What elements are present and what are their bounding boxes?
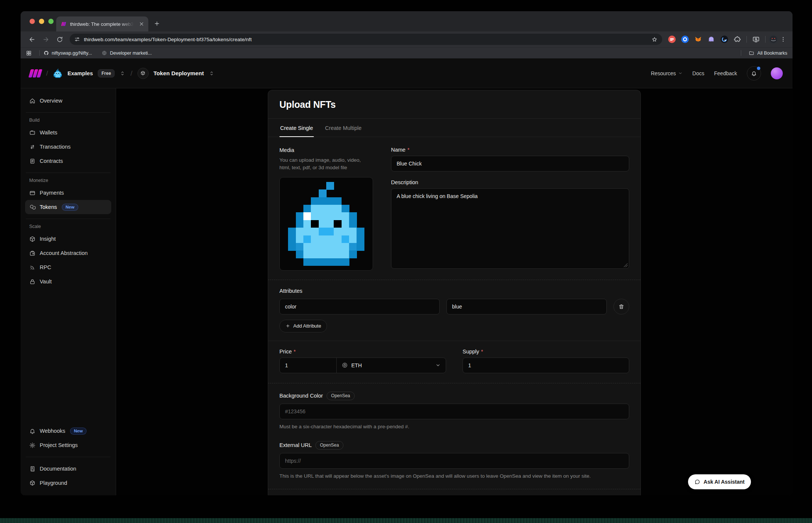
supply-label: Supply [463,349,479,355]
background-color-section: Background Color OpenSea #123456 Must be… [268,383,640,440]
url-text[interactable]: thirdweb.com/team/examples/Token-Deploym… [84,37,648,42]
attribute-value-input[interactable]: blue [446,299,607,314]
sidebar-item-rpc[interactable]: RPC [25,260,111,274]
metamask-icon[interactable] [694,36,702,43]
sidebar-section-label: Monetize [29,178,107,183]
sidebar-item-overview[interactable]: Overview [25,94,111,108]
sidebar-item-wallets[interactable]: Wallets [25,125,111,140]
tab-create-multiple[interactable]: Create Multiple [324,119,363,137]
project-switcher-icon[interactable] [209,70,215,76]
sidebar-top-group: Overview Build Wallets Transactions Cont… [25,94,111,289]
sidebar-item-transactions[interactable]: Transactions [25,140,111,154]
macos-window-controls [30,19,54,24]
resize-handle-icon[interactable] [624,263,628,267]
browser-profile-avatar[interactable] [769,34,778,44]
external-url-input[interactable]: https:// [279,453,629,469]
media-label: Media [279,147,294,153]
sidebar-item-insight[interactable]: Insight [25,232,111,246]
apps-grid-icon[interactable] [26,50,32,56]
background-color-input[interactable]: #123456 [279,404,629,419]
external-url-label: External URL [279,442,312,448]
forward-icon[interactable] [42,36,49,43]
add-attribute-button[interactable]: Add Attribute [279,320,327,332]
transactions-icon [29,144,36,150]
bookmark-star-icon[interactable] [651,36,658,43]
phantom-icon[interactable] [708,36,715,43]
bell-icon [751,70,757,76]
vault-icon [29,279,36,285]
team-name[interactable]: Examples [67,70,93,76]
home-icon [29,98,36,104]
nav-resources[interactable]: Resources [651,70,683,76]
attributes-section: Attributes color blue Add Attribute [268,280,640,341]
attribute-trait-input[interactable]: color [279,299,440,314]
name-input[interactable]: Blue Chick [391,156,629,171]
sidebar-item-vault[interactable]: Vault [25,274,111,289]
minimize-window-button[interactable] [39,19,44,24]
sidebar-item-playground[interactable]: Playground [25,476,111,490]
sidebar-item-project-settings[interactable]: Project Settings [25,438,111,452]
extensions-puzzle-icon[interactable] [734,36,741,43]
blue-extension-icon[interactable] [681,36,689,43]
bookmark-label: niftyswap.gg/Nifty... [52,51,92,56]
tab-create-single[interactable]: Create Single [279,119,314,137]
zoom-window-button[interactable] [48,19,54,24]
rpc-icon [29,264,36,271]
sidebar-item-label: Webhooks [40,428,65,434]
address-bar[interactable]: thirdweb.com/team/examples/Token-Deploym… [70,34,662,45]
breadcrumb-slash: / [130,69,132,77]
currency-select[interactable]: ETH [337,358,446,373]
nav-docs[interactable]: Docs [693,70,705,76]
card-header: Upload NFTs [268,90,640,119]
site-settings-icon[interactable] [74,36,80,42]
desktop: thirdweb: The complete web3 thirdweb.com… [0,0,812,523]
sidebar-section-label: Build [29,118,107,123]
name-label: Name [391,147,406,153]
ask-ai-assistant-button[interactable]: Ask AI Assistant [688,474,751,489]
sidebar-item-documentation[interactable]: Documentation [25,462,111,476]
browser-tab[interactable]: thirdweb: The complete web3 [56,16,148,31]
bookmark-item[interactable]: niftyswap.gg/Nifty... [43,50,92,56]
notifications-button[interactable] [747,66,761,80]
tab-close-icon[interactable] [139,21,145,27]
price-input[interactable]: 1 [280,358,337,373]
delete-attribute-button[interactable] [613,299,629,314]
desktop-wallpaper-strip [0,518,812,523]
sidebar-item-account-abstraction[interactable]: Account Abstraction [25,246,111,260]
opensea-badge: OpenSea [315,441,343,450]
sidebar-item-contracts[interactable]: Contracts [25,154,111,168]
bookmark-item[interactable]: Developer marketi... [102,50,152,56]
new-tab-button[interactable] [152,19,161,28]
tokens-icon [29,204,36,210]
search-tabs-icon[interactable] [752,36,760,43]
sidebar-item-webhooks[interactable]: Webhooks New [25,424,111,438]
sidebar-item-label: Project Settings [40,442,78,448]
team-switcher-icon[interactable] [119,70,125,76]
bookmarks-divider [741,50,741,56]
sidebar-section-label: Scale [29,224,107,229]
all-bookmarks[interactable]: All Bookmarks [737,50,787,56]
sidebar-divider [26,219,110,219]
browser-menu-icon[interactable] [780,36,787,43]
header-nav: Resources Docs Feedback [651,66,783,80]
sidebar-item-payments[interactable]: Payments [25,186,111,200]
red-extension-icon[interactable] [668,36,676,43]
supply-input[interactable]: 1 [463,358,629,373]
thirdweb-logo[interactable] [30,69,41,78]
currency-value: ETH [351,362,362,368]
reload-icon[interactable] [56,36,63,43]
description-textarea[interactable]: A blue chick living on Base Sepolia [391,188,629,269]
user-avatar[interactable] [771,67,783,79]
browser-window: thirdweb: The complete web3 thirdweb.com… [21,11,793,495]
back-icon[interactable] [28,36,36,43]
project-name[interactable]: Token Deployment [154,70,204,76]
sidebar-item-label: Transactions [40,144,70,150]
dark-extension-icon[interactable] [721,36,728,43]
nav-feedback[interactable]: Feedback [714,70,737,76]
sidebar-item-label: RPC [40,264,51,270]
sidebar-item-tokens[interactable]: Tokens New [25,200,111,214]
close-window-button[interactable] [30,19,35,24]
chevron-down-icon [678,71,683,76]
media-upload-preview[interactable] [279,177,373,271]
chat-bubble-icon [694,479,700,485]
